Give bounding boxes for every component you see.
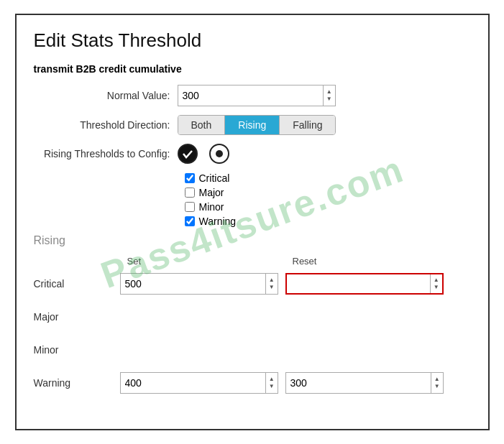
critical-reset-field[interactable]: [287, 277, 430, 291]
circle-inner: [216, 150, 223, 157]
reset-header-label: Reset: [285, 256, 451, 267]
down-arrow-icon[interactable]: ▼: [269, 284, 275, 291]
rising-config-circle-icon[interactable]: [209, 144, 229, 164]
checkbox-warning-input[interactable]: [185, 216, 195, 226]
threshold-direction-group: Both Rising Falling: [178, 115, 336, 135]
normal-value-row: Normal Value: ▲ ▼: [34, 85, 471, 106]
critical-set-field[interactable]: [121, 277, 265, 291]
warning-set-field[interactable]: [121, 376, 265, 390]
up-arrow-icon[interactable]: ▲: [326, 88, 332, 96]
threshold-direction-row: Threshold Direction: Both Rising Falling: [34, 115, 471, 135]
warning-set-spinner[interactable]: ▲ ▼: [265, 373, 278, 393]
checkbox-major-label: Major: [199, 187, 224, 198]
threshold-direction-label: Threshold Direction:: [34, 119, 178, 131]
down-arrow-icon[interactable]: ▼: [269, 383, 275, 390]
checkbox-minor-label: Minor: [199, 201, 224, 213]
edit-stats-threshold-dialog: Pass4itsure.com Edit Stats Threshold tra…: [15, 14, 490, 430]
normal-value-spinner[interactable]: ▲ ▼: [323, 85, 335, 106]
dialog-title: Edit Stats Threshold: [34, 29, 471, 52]
warning-reset-input[interactable]: ▲ ▼: [285, 372, 444, 394]
threshold-btn-both[interactable]: Both: [178, 116, 226, 134]
checkboxes-list: Critical Major Minor Warning: [185, 172, 471, 227]
warning-set-input[interactable]: ▲ ▼: [120, 372, 278, 394]
checkbox-warning: Warning: [185, 216, 471, 227]
rising-config-check-icon[interactable]: [178, 144, 198, 164]
threshold-btn-falling[interactable]: Falling: [280, 116, 335, 134]
down-arrow-icon[interactable]: ▼: [326, 96, 332, 103]
critical-reset-input[interactable]: ▲ ▼: [285, 273, 444, 295]
down-arrow-icon[interactable]: ▼: [434, 284, 439, 291]
checkbox-critical: Critical: [185, 172, 471, 184]
normal-value-label: Normal Value:: [34, 90, 178, 101]
checkmark-icon: [182, 148, 193, 159]
warning-reset-field[interactable]: [286, 376, 431, 390]
set-header-label: Set: [120, 256, 285, 267]
checkbox-minor: Minor: [185, 201, 471, 213]
threshold-row-warning: Warning ▲ ▼ ▲ ▼: [34, 370, 471, 396]
rising-config-label: Rising Thresholds to Config:: [34, 148, 178, 159]
normal-value-field[interactable]: [178, 88, 323, 103]
critical-set-input[interactable]: ▲ ▼: [120, 273, 278, 295]
section-label: transmit B2B credit cumulative: [34, 63, 471, 75]
set-reset-headers: Set Reset: [120, 256, 471, 267]
up-arrow-icon[interactable]: ▲: [269, 277, 275, 284]
checkbox-minor-input[interactable]: [185, 202, 195, 212]
minor-label: Minor: [34, 344, 120, 356]
threshold-btn-rising[interactable]: Rising: [225, 116, 280, 134]
rising-config-icons: [178, 144, 235, 164]
threshold-row-critical: Critical ▲ ▼ ▲ ▼: [34, 271, 471, 297]
rising-section-header: Rising: [34, 234, 471, 247]
normal-value-input[interactable]: ▲ ▼: [178, 85, 336, 106]
warning-label: Warning: [34, 377, 120, 389]
critical-set-spinner[interactable]: ▲ ▼: [265, 274, 278, 294]
down-arrow-icon[interactable]: ▼: [434, 383, 440, 390]
up-arrow-icon[interactable]: ▲: [269, 376, 275, 383]
major-label: Major: [34, 311, 120, 323]
threshold-row-minor: Minor: [34, 337, 471, 363]
critical-label: Critical: [34, 278, 120, 290]
checkbox-major: Major: [185, 187, 471, 198]
up-arrow-icon[interactable]: ▲: [434, 376, 440, 383]
checkbox-major-input[interactable]: [185, 188, 195, 198]
threshold-row-major: Major: [34, 304, 471, 330]
warning-reset-spinner[interactable]: ▲ ▼: [431, 373, 443, 393]
checkbox-critical-label: Critical: [199, 172, 230, 184]
checkbox-warning-label: Warning: [199, 216, 237, 227]
up-arrow-icon[interactable]: ▲: [434, 277, 439, 284]
rising-config-row: Rising Thresholds to Config:: [34, 144, 471, 164]
critical-reset-spinner[interactable]: ▲ ▼: [430, 274, 442, 293]
checkbox-critical-input[interactable]: [185, 173, 195, 183]
